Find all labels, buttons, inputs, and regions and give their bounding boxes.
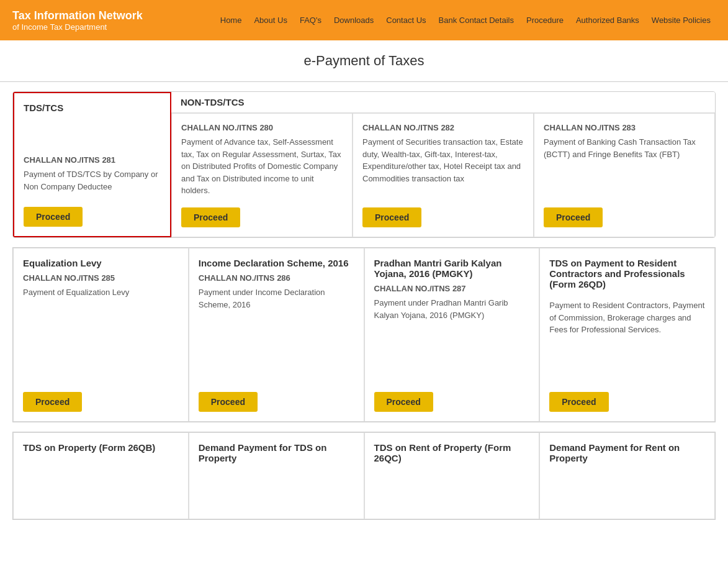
last-card-title-0: TDS on Property (Form 26QB) [23, 442, 179, 453]
bottom-card-1: Income Declaration Scheme, 2016 CHALLAN … [189, 248, 364, 422]
non-tds-card-2: CHALLAN NO./ITNS 283 Payment of Banking … [534, 113, 715, 237]
non-tds-proceed-button-1[interactable]: Proceed [362, 207, 421, 227]
non-tds-header: NON-TDS/TCS [171, 92, 715, 113]
non-tds-card-0: CHALLAN NO./ITNS 280 Payment of Advance … [171, 113, 353, 237]
bottom-card-0: Equalization Levy CHALLAN NO./ITNS 285 P… [13, 248, 189, 422]
bottom-proceed-button-3[interactable]: Proceed [549, 392, 608, 412]
logo: Tax Information Network of Income Tax De… [12, 9, 143, 32]
non-tds-proceed-button-0[interactable]: Proceed [181, 207, 240, 227]
nav-home[interactable]: Home [215, 13, 247, 27]
last-card-0: TDS on Property (Form 26QB) [13, 432, 189, 519]
main-content: TDS/TCS CHALLAN NO./ITNS 281 Payment of … [0, 82, 728, 539]
bottom-challan-0: CHALLAN NO./ITNS 285 [23, 273, 179, 283]
non-tds-cards: CHALLAN NO./ITNS 280 Payment of Advance … [171, 113, 715, 237]
nav-about[interactable]: About Us [249, 13, 292, 27]
non-tds-challan-2: CHALLAN NO./ITNS 283 [544, 123, 705, 132]
main-nav: HomeAbout UsFAQ'sDownloadsContact UsBank… [143, 13, 716, 27]
bottom-card-3: TDS on Payment to Resident Contractors a… [539, 248, 715, 422]
tds-card: TDS/TCS CHALLAN NO./ITNS 281 Payment of … [13, 92, 171, 237]
tds-challan: CHALLAN NO./ITNS 281 [24, 155, 161, 165]
bottom-desc-3: Payment to Resident Contractors, Payment… [549, 299, 705, 383]
non-tds-area: NON-TDS/TCS CHALLAN NO./ITNS 280 Payment… [171, 92, 715, 237]
nav-website-policies[interactable]: Website Policies [647, 13, 716, 27]
bottom-proceed-button-2[interactable]: Proceed [374, 392, 433, 412]
bottom-desc-0: Payment of Equalization Levy [23, 286, 179, 383]
non-tds-proceed-button-2[interactable]: Proceed [544, 207, 603, 227]
bottom-card-2: Pradhan Mantri Garib Kalyan Yojana, 2016… [364, 248, 540, 422]
bottom-desc-1: Payment under Income Declaration Scheme,… [199, 286, 354, 383]
last-card-2: TDS on Rent of Property (Form 26QC) [364, 432, 540, 519]
last-card-title-1: Demand Payment for TDS on Property [199, 442, 354, 463]
bottom-section: Equalization Levy CHALLAN NO./ITNS 285 P… [12, 247, 716, 422]
last-card-1: Demand Payment for TDS on Property [189, 432, 364, 519]
tds-nontds-section: TDS/TCS CHALLAN NO./ITNS 281 Payment of … [12, 91, 716, 238]
nav-contact[interactable]: Contact Us [381, 13, 431, 27]
nav-downloads[interactable]: Downloads [329, 13, 379, 27]
bottom-card-title-3: TDS on Payment to Resident Contractors a… [549, 258, 705, 289]
nav-authorized-banks[interactable]: Authorized Banks [571, 13, 644, 27]
non-tds-challan-0: CHALLAN NO./ITNS 280 [181, 123, 343, 132]
bottom-challan-2: CHALLAN NO./ITNS 287 [374, 284, 530, 293]
page-title: e-Payment of Taxes [0, 40, 728, 82]
bottom-proceed-button-1[interactable]: Proceed [199, 392, 258, 412]
header: Tax Information Network of Income Tax De… [0, 0, 728, 40]
tds-desc: Payment of TDS/TCS by Company or Non Com… [24, 168, 161, 198]
non-tds-desc-1: Payment of Securities transaction tax, E… [362, 136, 524, 198]
logo-subtitle: of Income Tax Department [12, 22, 143, 32]
bottom-card-title-1: Income Declaration Scheme, 2016 [199, 258, 354, 268]
non-tds-desc-0: Payment of Advance tax, Self-Assessment … [181, 136, 343, 198]
nav-faqs[interactable]: FAQ's [295, 13, 326, 27]
bottom-card-title-2: Pradhan Mantri Garib Kalyan Yojana, 2016… [374, 258, 530, 279]
nav-procedure[interactable]: Procedure [521, 13, 568, 27]
non-tds-desc-2: Payment of Banking Cash Transaction Tax … [544, 136, 705, 198]
last-section: TDS on Property (Form 26QB) Demand Payme… [12, 432, 716, 520]
bottom-challan-1: CHALLAN NO./ITNS 286 [199, 273, 354, 283]
non-tds-challan-1: CHALLAN NO./ITNS 282 [362, 123, 524, 132]
nav-bank-contact[interactable]: Bank Contact Details [434, 13, 519, 27]
last-card-title-2: TDS on Rent of Property (Form 26QC) [374, 442, 530, 463]
last-card-3: Demand Payment for Rent on Property [539, 432, 715, 519]
non-tds-card-1: CHALLAN NO./ITNS 282 Payment of Securiti… [353, 113, 534, 237]
tds-proceed-button[interactable]: Proceed [24, 207, 83, 227]
logo-title: Tax Information Network [12, 9, 143, 22]
bottom-desc-2: Payment under Pradhan Mantri Garib Kalya… [374, 297, 530, 383]
bottom-proceed-button-0[interactable]: Proceed [23, 392, 82, 412]
last-card-title-3: Demand Payment for Rent on Property [549, 442, 705, 463]
tds-card-title: TDS/TCS [24, 102, 161, 113]
bottom-card-title-0: Equalization Levy [23, 258, 179, 268]
